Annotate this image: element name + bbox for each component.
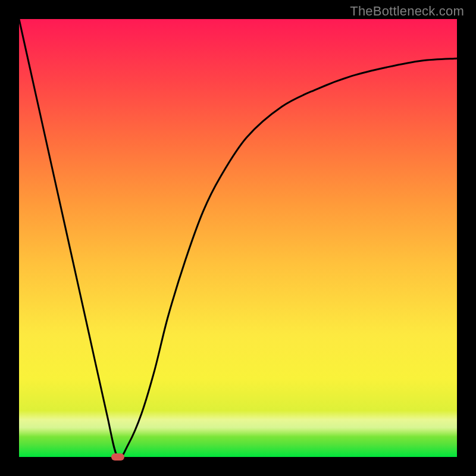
- plot-area: [19, 19, 457, 457]
- optimal-point-marker: [111, 453, 124, 461]
- watermark-text: TheBottleneck.com: [350, 4, 464, 19]
- chart-frame: TheBottleneck.com: [0, 0, 476, 476]
- bottleneck-curve: [19, 19, 457, 457]
- highlight-band: [19, 411, 457, 437]
